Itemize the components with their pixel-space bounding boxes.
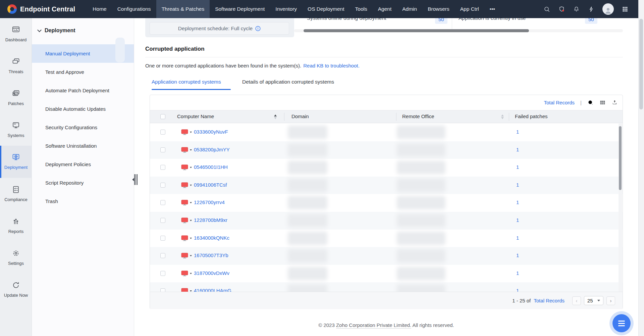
row-checkbox[interactable] xyxy=(160,200,165,205)
flash-icon[interactable] xyxy=(588,6,595,13)
column-remote-office[interactable]: Remote Office xyxy=(402,113,434,119)
apps-grid-icon[interactable] xyxy=(622,6,629,13)
nav-item[interactable]: App Ctrl xyxy=(455,0,484,18)
kb-link[interactable]: Read KB to troubleshoot. xyxy=(303,63,360,68)
row-checkbox[interactable] xyxy=(160,236,165,241)
menu-item[interactable]: Test and Approve xyxy=(32,63,134,81)
failed-patches-link[interactable]: 1 xyxy=(516,164,519,170)
notification-bell-icon[interactable] xyxy=(573,6,580,13)
footer-company-link[interactable]: Zoho Corporation Private Limited. xyxy=(336,322,411,329)
computer-actions-caret-icon[interactable] xyxy=(190,238,192,239)
row-checkbox[interactable] xyxy=(160,165,165,170)
computer-name-link[interactable]: 1634000kQNKc xyxy=(194,235,229,241)
sidebar-item[interactable]: Update Now xyxy=(0,274,32,305)
computer-name-link[interactable]: 1226700yrrv4 xyxy=(194,199,225,205)
brand[interactable]: Endpoint Central xyxy=(7,4,75,14)
sidebar-item[interactable]: Compliance xyxy=(0,178,32,210)
computer-name-link[interactable]: 1228700bM9xr xyxy=(194,217,227,223)
prev-page-button[interactable]: ‹ xyxy=(572,296,581,305)
tab-application-corrupted-systems[interactable]: Application corrupted systems xyxy=(152,79,221,85)
sidebar-item[interactable]: Patches xyxy=(0,82,32,114)
nav-item[interactable]: OS Deployment xyxy=(302,0,350,18)
next-page-button[interactable]: › xyxy=(606,296,615,305)
page-scrollbar-thumb[interactable] xyxy=(639,19,643,109)
computer-actions-caret-icon[interactable] xyxy=(190,132,192,133)
row-checkbox[interactable] xyxy=(160,288,165,292)
panel-collapse-handle[interactable] xyxy=(132,173,138,186)
nav-item[interactable]: Admin xyxy=(397,0,422,18)
menu-scrollbar-thumb[interactable] xyxy=(115,38,125,62)
sidebar-item[interactable]: Threats xyxy=(0,50,32,82)
row-checkbox[interactable] xyxy=(160,183,165,188)
row-checkbox[interactable] xyxy=(160,271,165,276)
failed-patches-link[interactable]: 1 xyxy=(516,199,519,205)
sort-remote-office[interactable] xyxy=(501,114,504,119)
computer-actions-caret-icon[interactable] xyxy=(190,255,192,256)
page-size-select[interactable]: 25 xyxy=(584,296,603,305)
failed-patches-link[interactable]: 1 xyxy=(516,270,519,276)
sidebar-item[interactable]: Dashboard xyxy=(0,18,32,50)
horizontal-scrollbar-thumb[interactable] xyxy=(304,29,529,32)
computer-name-link[interactable]: 05465001I1HH xyxy=(194,164,228,170)
failed-patches-link[interactable]: 1 xyxy=(516,235,519,241)
column-computer-name[interactable]: Computer Name xyxy=(177,113,214,119)
info-icon[interactable] xyxy=(255,26,261,31)
nav-item[interactable]: Agent xyxy=(373,0,397,18)
failed-patches-link[interactable]: 1 xyxy=(516,252,519,258)
sidebar-item[interactable]: Systems xyxy=(0,114,32,146)
failed-patches-link[interactable]: 1 xyxy=(516,129,519,135)
table-search-icon[interactable] xyxy=(587,99,594,106)
select-all-checkbox[interactable] xyxy=(160,114,165,119)
menu-item[interactable]: Automate Patch Deployment xyxy=(32,81,134,100)
row-checkbox[interactable] xyxy=(160,130,165,135)
computer-name-link[interactable]: 4160000LHAmG xyxy=(194,288,231,292)
computer-actions-caret-icon[interactable] xyxy=(190,167,192,168)
computer-actions-caret-icon[interactable] xyxy=(190,220,192,221)
computer-actions-caret-icon[interactable] xyxy=(190,273,192,274)
row-checkbox[interactable] xyxy=(160,218,165,223)
computer-name-link[interactable]: 09941006TCsf xyxy=(194,182,227,188)
tab-details-application-corrupted-systems[interactable]: Details of application corrupted systems xyxy=(242,79,334,85)
sidebar-item[interactable]: Settings xyxy=(0,242,32,274)
search-icon[interactable] xyxy=(543,6,550,13)
nav-item[interactable]: Tools xyxy=(350,0,373,18)
security-shield-icon[interactable] xyxy=(558,6,565,13)
column-view-icon[interactable] xyxy=(599,99,606,106)
computer-actions-caret-icon[interactable] xyxy=(190,185,192,186)
column-domain[interactable]: Domain xyxy=(291,113,309,119)
row-checkbox[interactable] xyxy=(160,147,165,152)
computer-name-link[interactable]: 16705007T3Yb xyxy=(194,252,228,258)
sidebar-item[interactable]: Reports xyxy=(0,210,32,242)
floating-menu-button[interactable] xyxy=(612,314,631,332)
nav-item[interactable]: ••• xyxy=(484,0,500,18)
failed-patches-link[interactable]: 1 xyxy=(516,288,519,292)
column-failed-patches[interactable]: Failed patches xyxy=(515,113,548,119)
nav-item[interactable]: Home xyxy=(87,0,112,18)
computer-name-link[interactable]: 0333600yNuvF xyxy=(194,129,228,135)
nav-item[interactable]: Configurations xyxy=(112,0,156,18)
failed-patches-link[interactable]: 1 xyxy=(516,147,519,152)
row-checkbox[interactable] xyxy=(160,253,165,258)
nav-item[interactable]: Software Deployment xyxy=(210,0,270,18)
total-records-link[interactable]: Total Records xyxy=(544,100,575,105)
nav-item[interactable]: Inventory xyxy=(270,0,302,18)
computer-actions-caret-icon[interactable] xyxy=(190,149,192,151)
nav-item[interactable]: Threats & Patches xyxy=(156,0,210,18)
menu-item[interactable]: Script Repository xyxy=(32,174,134,192)
pagination-total-records-link[interactable]: Total Records xyxy=(534,298,565,303)
failed-patches-link[interactable]: 1 xyxy=(516,217,519,223)
sidebar-item[interactable]: Deployment xyxy=(0,146,32,178)
failed-patches-link[interactable]: 1 xyxy=(516,182,519,188)
export-icon[interactable] xyxy=(611,99,618,106)
menu-item[interactable]: Trash xyxy=(32,192,134,210)
sort-computer-name[interactable] xyxy=(274,114,277,119)
table-scrollbar-thumb[interactable] xyxy=(619,126,622,190)
menu-header[interactable]: Deployment xyxy=(38,28,75,34)
user-avatar[interactable] xyxy=(602,3,614,15)
menu-item[interactable]: Disable Automatic Updates xyxy=(32,100,134,118)
stat-value-offline[interactable]: 50 xyxy=(435,18,447,24)
computer-actions-caret-icon[interactable] xyxy=(190,202,192,203)
computer-name-link[interactable]: 0538200pJmYY xyxy=(194,147,230,152)
menu-item[interactable]: Software Uninstallation xyxy=(32,137,134,155)
menu-item[interactable]: Security Configurations xyxy=(32,118,134,137)
